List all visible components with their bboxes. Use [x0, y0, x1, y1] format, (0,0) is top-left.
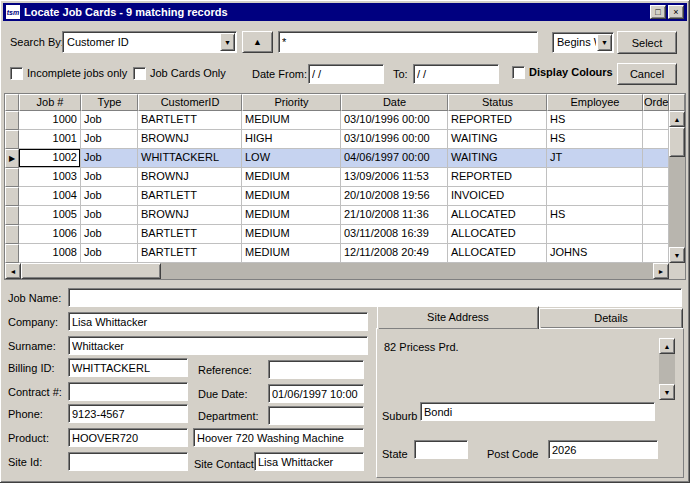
grid-cell: MEDIUM: [242, 111, 341, 130]
incomplete-jobs-checkbox[interactable]: [10, 67, 23, 80]
reference-input[interactable]: [268, 360, 364, 379]
table-row[interactable]: 1000JobBARTLETTMEDIUM03/10/1996 00:00REP…: [5, 111, 669, 130]
scroll-up-icon: ▲: [674, 116, 681, 123]
grid-cell: ALLOCATED: [448, 206, 547, 225]
grid-cell: 03/11/2008 16:39: [341, 225, 448, 244]
grid-cell: MEDIUM: [242, 187, 341, 206]
column-header[interactable]: Orde: [643, 94, 669, 111]
grid-cell: Job: [81, 244, 138, 263]
product-input[interactable]: [68, 428, 188, 447]
state-input[interactable]: [414, 440, 468, 459]
memo-scroll-down-button[interactable]: ▼: [659, 384, 675, 400]
search-by-select[interactable]: Customer ID ▼: [62, 31, 237, 53]
job-cards-only-label: Job Cards Only: [150, 66, 226, 81]
product-description-input[interactable]: [193, 428, 364, 447]
column-header[interactable]: Type: [81, 94, 138, 111]
select-button[interactable]: Select: [617, 31, 677, 54]
row-selector: [5, 111, 19, 130]
grid-cell: Job: [81, 225, 138, 244]
column-header[interactable]: Employee: [547, 94, 643, 111]
product-label: Product:: [8, 429, 49, 448]
row-selector: [5, 206, 19, 225]
grid-cell: [643, 206, 669, 225]
job-name-input[interactable]: [68, 288, 682, 307]
date-to-input[interactable]: [413, 64, 499, 84]
grid-cell: Job: [81, 187, 138, 206]
row-selector: [5, 130, 19, 149]
grid-cell: ALLOCATED: [448, 225, 547, 244]
scroll-left-button[interactable]: ◄: [5, 263, 21, 279]
company-input[interactable]: [68, 312, 368, 331]
grid-cell: BARTLETT: [138, 225, 242, 244]
due-date-input[interactable]: [268, 384, 364, 403]
suburb-input[interactable]: [420, 402, 655, 421]
scroll-up-button[interactable]: ▲: [669, 111, 685, 127]
maximize-button[interactable]: □: [650, 5, 666, 19]
phone-label: Phone:: [8, 405, 43, 424]
phone-input[interactable]: [68, 404, 188, 423]
contract-input[interactable]: [68, 382, 188, 401]
tab-site-address[interactable]: Site Address: [377, 306, 539, 329]
horizontal-scroll-thumb[interactable]: [21, 263, 161, 279]
table-row[interactable]: 1006JobBARTLETTMEDIUM03/11/2008 16:39ALL…: [5, 225, 669, 244]
table-row[interactable]: 1005JobBROWNJMEDIUM21/10/2008 11:36ALLOC…: [5, 206, 669, 225]
memo-scroll-up-button[interactable]: ▲: [659, 338, 675, 354]
grid-cell: Job: [81, 149, 138, 168]
column-header[interactable]: Job #: [19, 94, 81, 111]
display-colours-checkbox[interactable]: [512, 66, 525, 79]
current-row-arrow-icon: ▶: [9, 154, 15, 163]
surname-input[interactable]: [68, 336, 368, 355]
column-header[interactable]: CustomerID: [138, 94, 242, 111]
site-address-memo[interactable]: 82 Pricess Prd.: [384, 340, 459, 355]
column-header[interactable]: Status: [448, 94, 547, 111]
chevron-down-icon: ▼: [224, 39, 231, 46]
close-icon: ×: [673, 8, 678, 17]
suburb-label: Suburb: [382, 407, 417, 426]
job-cards-only-checkbox[interactable]: [133, 67, 146, 80]
match-mode-dropdown-button[interactable]: ▼: [597, 34, 612, 51]
grid-cell: BARTLETT: [138, 111, 242, 130]
table-row[interactable]: ▶1002JobWHITTACKERLLOW04/06/1997 00:00WA…: [5, 149, 669, 168]
site-contact-input[interactable]: [254, 452, 364, 471]
title-bar[interactable]: tsm Locate Job Cards - 9 matching record…: [3, 3, 687, 21]
cancel-button[interactable]: Cancel: [617, 63, 677, 85]
grid-cell: [643, 130, 669, 149]
table-row[interactable]: 1004JobBARTLETTMEDIUM20/10/2008 19:56INV…: [5, 187, 669, 206]
cancel-button-label: Cancel: [630, 68, 664, 80]
grid-cell: 12/11/2008 20:49: [341, 244, 448, 263]
triangle-up-icon: ▲: [253, 37, 262, 47]
grid-cell: [643, 149, 669, 168]
scroll-right-button[interactable]: ►: [653, 263, 669, 279]
grid-cell: Job: [81, 111, 138, 130]
billing-id-label: Billing ID:: [8, 359, 54, 378]
table-row[interactable]: 1001JobBROWNJHIGH03/10/1996 00:00WAITING…: [5, 130, 669, 149]
match-mode-select[interactable]: Begins Wi ▼: [552, 32, 614, 53]
billing-id-input[interactable]: [68, 358, 188, 377]
state-label: State: [382, 445, 408, 464]
grid-cell: WAITING: [448, 149, 547, 168]
search-input[interactable]: [278, 31, 538, 53]
department-input[interactable]: [268, 406, 364, 425]
grid-cell: Job: [81, 206, 138, 225]
grid-cell: [547, 187, 643, 206]
date-from-input[interactable]: [308, 64, 384, 84]
surname-label: Surname:: [8, 337, 56, 356]
grid-cell: HIGH: [242, 130, 341, 149]
table-row[interactable]: 1003JobBROWNJMEDIUM13/09/2006 11:53REPOR…: [5, 168, 669, 187]
search-by-value: Customer ID: [67, 33, 219, 51]
sort-ascending-button[interactable]: ▲: [242, 31, 273, 53]
vertical-scroll-thumb[interactable]: [669, 127, 685, 157]
search-by-dropdown-button[interactable]: ▼: [220, 33, 235, 51]
close-button[interactable]: ×: [668, 5, 684, 19]
post-code-input[interactable]: [548, 440, 658, 459]
column-header[interactable]: Priority: [242, 94, 341, 111]
site-id-input[interactable]: [68, 452, 188, 471]
grid-cell: LOW: [242, 149, 341, 168]
scroll-down-button[interactable]: ▼: [669, 247, 685, 263]
grid-cell: [643, 187, 669, 206]
column-header[interactable]: Date: [341, 94, 448, 111]
tab-details[interactable]: Details: [539, 308, 683, 328]
table-row[interactable]: 1008JobBARTLETTMEDIUM12/11/2008 20:49ALL…: [5, 244, 669, 263]
grid-cell: MEDIUM: [242, 168, 341, 187]
site-id-label: Site Id:: [8, 453, 42, 472]
